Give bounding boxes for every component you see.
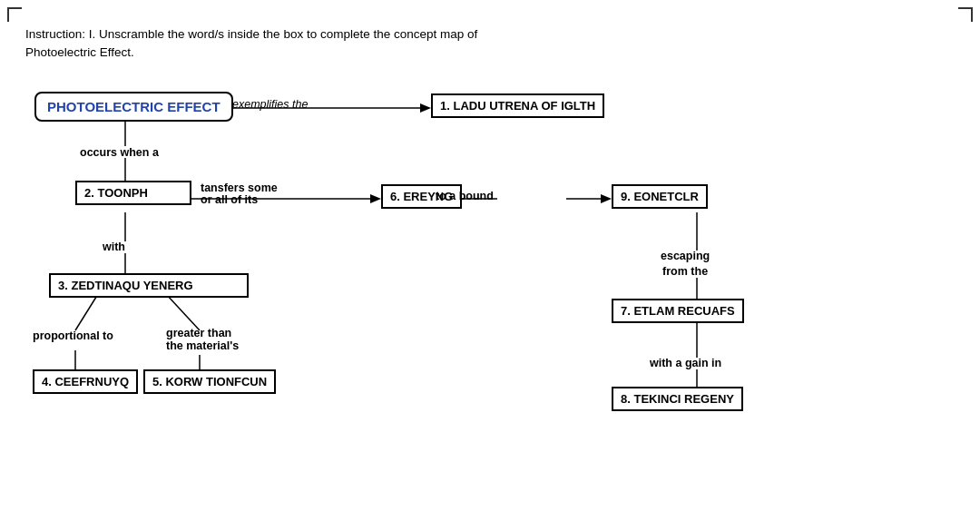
or-all-label: or all of its: [201, 193, 258, 206]
to-a-bound-label: to a bound: [436, 190, 494, 202]
box2: 2. TOONPH: [75, 181, 191, 205]
instruction-line1: Instruction: I. Unscramble the word/s in…: [25, 25, 955, 44]
svg-line-13: [75, 294, 98, 330]
concept-map: PHOTOELECTRIC EFFECT exemplifies the 1. …: [25, 83, 955, 473]
box3: 3. ZEDTINAQU YENERG: [49, 273, 249, 298]
exemplifies-the-label: exemplifies the: [232, 98, 308, 111]
box8: 8. TEKINCI REGENY: [612, 387, 743, 411]
corner-tl: [7, 7, 22, 22]
proportional-to-label: proportional to: [33, 329, 113, 342]
box7: 7. ETLAM RECUAFS: [612, 299, 744, 323]
box1: 1. LADU UTRENA OF IGLTH: [431, 93, 604, 118]
svg-marker-2: [420, 103, 431, 113]
svg-line-14: [166, 294, 200, 330]
with-label: with: [103, 241, 125, 253]
instruction-line2: Photoelectric Effect.: [25, 44, 955, 62]
svg-marker-7: [370, 194, 381, 203]
photoelectric-box: PHOTOELECTRIC EFFECT: [34, 92, 233, 122]
box5: 5. KORW TIONFCUN: [143, 369, 276, 394]
box9: 9. EONETCLR: [612, 184, 708, 209]
page-container: Instruction: I. Unscramble the word/s in…: [0, 0, 980, 511]
instruction: Instruction: I. Unscramble the word/s in…: [25, 25, 955, 63]
with-gain-label: with a gain in: [650, 357, 721, 369]
materials-label: the material's: [166, 339, 239, 352]
box4: 4. CEEFRNUYQ: [33, 369, 138, 394]
corner-tr: [958, 7, 973, 22]
occurs-when-a-label: occurs when a: [80, 146, 159, 159]
svg-marker-10: [601, 194, 612, 203]
escaping-label: escaping from the: [661, 249, 710, 280]
